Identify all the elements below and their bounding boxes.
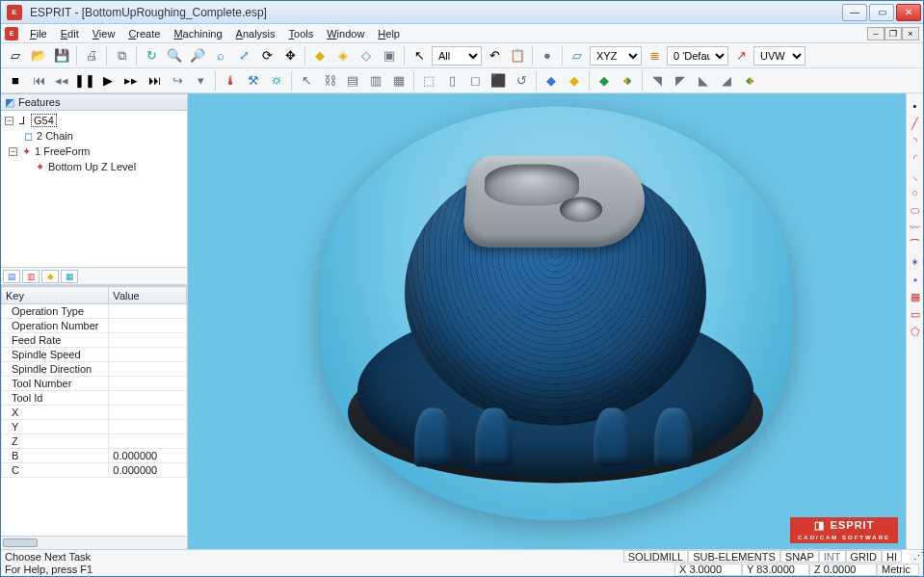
props-row[interactable]: Y	[2, 420, 187, 434]
menu-help[interactable]: Help	[372, 26, 406, 41]
op-pocket-icon[interactable]: ◆	[564, 70, 585, 92]
copy-icon[interactable]: ⧉	[111, 45, 132, 66]
props-row[interactable]: C0.000000	[2, 463, 187, 478]
polygon-icon[interactable]: ⬠	[909, 325, 922, 338]
mdi-close-button[interactable]: ×	[902, 27, 919, 40]
tree-node-operation[interactable]: ✦ Bottom Up Z Level	[5, 159, 183, 174]
feature-chain-icon[interactable]: ⛓	[319, 70, 340, 92]
pan-icon[interactable]: ✥	[279, 45, 301, 66]
sim-pause-icon[interactable]: ❚❚	[74, 70, 95, 92]
sphere-icon[interactable]: ●	[537, 45, 558, 66]
arc-start-icon[interactable]: ◝	[909, 134, 922, 147]
point-icon[interactable]: •	[909, 99, 922, 113]
open-file-icon[interactable]: 📂	[28, 45, 49, 66]
arc-tan-icon[interactable]: ◟	[909, 169, 922, 182]
status-snap[interactable]: SNAP	[780, 550, 819, 563]
tp-1-icon[interactable]: ◥	[647, 70, 668, 92]
ucs-icon[interactable]: ↗	[730, 45, 752, 66]
props-header-value[interactable]: Value	[109, 287, 187, 304]
spline-icon[interactable]: 〰	[909, 221, 922, 234]
clamp-icon[interactable]: ◻	[464, 70, 486, 92]
status-resize-grip[interactable]: ⋰	[910, 550, 919, 563]
tree-collapse-icon[interactable]: −	[5, 117, 13, 125]
props-row[interactable]: Feed Rate	[2, 333, 187, 348]
feature-save-icon[interactable]: ▤	[342, 70, 363, 92]
shade-wire-icon[interactable]: ◈	[332, 45, 354, 66]
props-row[interactable]: Z	[2, 434, 187, 449]
tab-report[interactable]: ▦	[61, 270, 78, 283]
menu-edit[interactable]: Edit	[55, 26, 85, 41]
endpoint-snap-icon[interactable]: ✶	[909, 255, 922, 269]
feature-auto-icon[interactable]: ▦	[388, 70, 409, 92]
midpoint-snap-icon[interactable]: ٭	[909, 273, 922, 286]
stock-icon[interactable]: ⬚	[418, 70, 439, 92]
tree-node-g54[interactable]: − ⅃ G54	[5, 113, 183, 128]
workplane-icon[interactable]: ▱	[567, 45, 588, 66]
op-drill-icon[interactable]: ◆	[541, 70, 562, 92]
feature-pick-icon[interactable]: ↖	[296, 70, 317, 92]
mdi-minimize-button[interactable]: –	[867, 27, 884, 40]
props-row[interactable]: Tool Id	[2, 391, 187, 406]
sim-end-icon[interactable]: ⏭	[144, 70, 165, 92]
layer-select[interactable]: 0 'Defau	[667, 46, 728, 66]
viewport-3d[interactable]: • ╱ ◝ ◜ ◟ ○ ⬭ 〰 ⁀ ✶ ٭ ▦ ▭ ⬠ ◨ ESPRIT	[188, 93, 923, 549]
tp-2-icon[interactable]: ◤	[670, 70, 691, 92]
arc-3pt-icon[interactable]: ◜	[909, 151, 922, 165]
minimize-button[interactable]: —	[842, 4, 867, 21]
status-hi[interactable]: HI	[882, 550, 902, 563]
part-icon[interactable]: ⬛	[488, 70, 509, 92]
redraw-icon[interactable]: ↻	[141, 45, 162, 66]
feature-tree[interactable]: − ⅃ G54 ◻ 2 Chain − ✦ 1 FreeForm ✦ Botto…	[1, 111, 187, 268]
menu-create[interactable]: Create	[122, 26, 166, 41]
rotate-icon[interactable]: ⟳	[256, 45, 277, 66]
ellipse-icon[interactable]: ⬭	[909, 203, 922, 217]
sim-settings-icon[interactable]: ▾	[190, 70, 211, 92]
sim-rewind-icon[interactable]: ⏮	[28, 70, 49, 92]
zoom-in-icon[interactable]: 🔍	[164, 45, 185, 66]
op-contour-icon[interactable]: ◆	[594, 70, 615, 92]
rectangle-icon[interactable]: ▭	[909, 307, 922, 321]
status-subelem[interactable]: SUB-ELEMENTS	[688, 550, 780, 563]
props-row[interactable]: B0.000000	[2, 449, 187, 463]
menu-tools[interactable]: Tools	[283, 26, 320, 41]
setup-icon[interactable]: ⛭	[266, 70, 287, 92]
ucs-select[interactable]: UVW	[753, 46, 805, 66]
menu-file[interactable]: File	[24, 26, 53, 41]
op-multi-icon[interactable]: ◆	[739, 70, 760, 92]
undo-icon[interactable]: ↶	[484, 45, 505, 66]
menu-view[interactable]: View	[87, 26, 121, 41]
status-int[interactable]: INT	[819, 550, 846, 563]
zoom-window-icon[interactable]: ⌕	[210, 45, 231, 66]
tree-collapse-icon[interactable]: −	[9, 147, 17, 156]
grid-pattern-icon[interactable]: ▦	[909, 290, 922, 303]
status-mode[interactable]: SOLIDMILL	[623, 550, 688, 563]
layer-icon[interactable]: ≣	[644, 45, 665, 66]
sim-stepfwd-icon[interactable]: ▸▸	[120, 70, 142, 92]
hidden-line-icon[interactable]: ▣	[379, 45, 400, 66]
props-row[interactable]: Operation Type	[2, 304, 187, 319]
menu-machining[interactable]: Machining	[168, 26, 227, 41]
line-icon[interactable]: ╱	[909, 117, 922, 130]
tp-4-icon[interactable]: ◢	[716, 70, 737, 92]
tab-tools[interactable]: ◆	[41, 270, 59, 283]
props-row[interactable]: Spindle Direction	[2, 362, 187, 377]
print-icon[interactable]: 🖨	[81, 45, 102, 66]
op-fancy-icon[interactable]: ◆	[617, 70, 638, 92]
menu-analysis[interactable]: Analysis	[230, 26, 281, 41]
circle-icon[interactable]: ○	[909, 186, 922, 199]
select-filter[interactable]: All	[432, 46, 482, 66]
sim-play-icon[interactable]: ▶	[97, 70, 119, 92]
mdi-restore-button[interactable]: ❐	[884, 27, 902, 40]
sim-loop-icon[interactable]: ↪	[167, 70, 188, 92]
select-arrow-icon[interactable]: ↖	[409, 45, 430, 66]
sim-stop-icon[interactable]: ■	[5, 70, 26, 92]
curve-icon[interactable]: ⁀	[909, 238, 922, 251]
tool-icon[interactable]: ⚒	[243, 70, 264, 92]
status-grid[interactable]: GRID	[846, 550, 883, 563]
menu-window[interactable]: Window	[321, 26, 370, 41]
fixture-icon[interactable]: ▯	[441, 70, 462, 92]
props-row[interactable]: Operation Number	[2, 319, 187, 333]
close-button[interactable]: ✕	[896, 4, 921, 21]
props-row[interactable]: Spindle Speed	[2, 348, 187, 362]
workplane-select[interactable]: XYZ	[590, 46, 642, 66]
